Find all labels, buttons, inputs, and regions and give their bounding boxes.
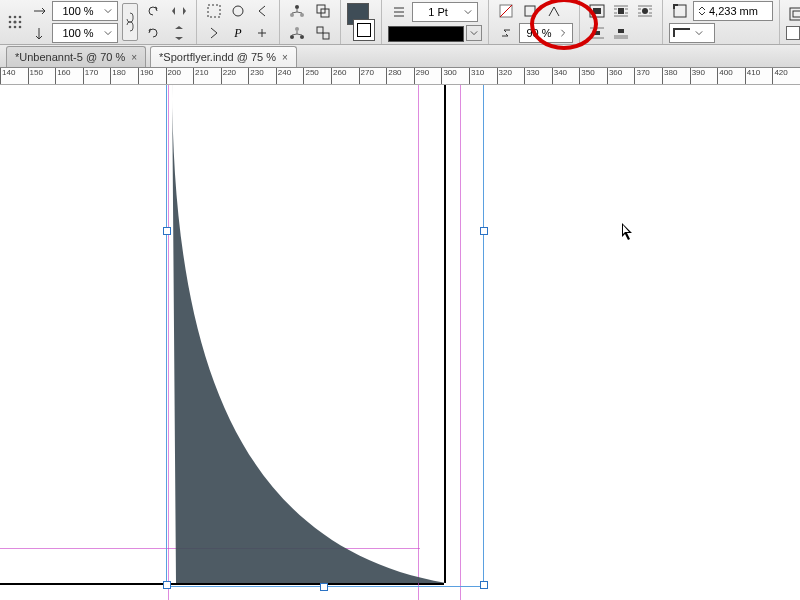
chevron-down-icon[interactable]: [461, 5, 475, 19]
flip-horizontal-icon[interactable]: [168, 1, 190, 21]
ruler-tick: 380: [662, 68, 677, 84]
scale-x-field[interactable]: 100 %: [52, 1, 118, 21]
svg-point-3: [9, 21, 12, 24]
group-icon[interactable]: [312, 1, 334, 21]
svg-point-2: [19, 16, 22, 19]
stroke-style-preview[interactable]: [388, 26, 464, 42]
auto-fit-checkbox[interactable]: [786, 26, 800, 40]
ruler-tick: 200: [166, 68, 181, 84]
svg-point-15: [290, 35, 294, 39]
svg-rect-32: [793, 11, 800, 17]
tab-sportflyer[interactable]: *Sportflyer.indd @ 75 % ×: [150, 46, 297, 67]
ruler-tick: 330: [524, 68, 539, 84]
control-panel: 100 % 100 %: [0, 0, 800, 45]
selection-handle[interactable]: [480, 581, 488, 589]
chevron-down-icon[interactable]: [466, 25, 482, 41]
svg-point-4: [13, 20, 16, 23]
ruler-tick: 190: [138, 68, 153, 84]
tab-unbenannt-5[interactable]: *Unbenannt-5 @ 70 % ×: [6, 46, 146, 67]
more-options-icon[interactable]: [251, 23, 273, 43]
select-next-icon[interactable]: [203, 23, 225, 43]
scale-y-field[interactable]: 100 %: [52, 23, 118, 43]
document-tab-bar: *Unbenannt-5 @ 70 % × *Sportflyer.indd @…: [0, 45, 800, 68]
close-icon[interactable]: ×: [131, 52, 137, 63]
selection-box: [166, 85, 484, 587]
ruler-tick: 300: [441, 68, 456, 84]
svg-rect-9: [208, 5, 220, 17]
selection-handle[interactable]: [163, 227, 171, 235]
svg-point-14: [295, 27, 299, 31]
tab-label: *Unbenannt-5 @ 70 %: [15, 51, 125, 63]
select-child-icon[interactable]: [286, 23, 308, 43]
chevron-down-icon[interactable]: [101, 26, 115, 40]
flip-vertical-icon[interactable]: [168, 23, 190, 43]
stepper-down-icon[interactable]: [698, 11, 706, 17]
stroke-weight-icon: [388, 2, 410, 22]
svg-point-10: [233, 6, 243, 16]
ruler-tick: 390: [690, 68, 705, 84]
chevron-down-icon[interactable]: [692, 26, 706, 40]
select-container-icon[interactable]: [203, 1, 225, 21]
ruler-tick: 140: [0, 68, 15, 84]
svg-point-1: [14, 16, 17, 19]
ruler-tick: 290: [414, 68, 429, 84]
corner-style-field[interactable]: [669, 23, 715, 43]
ruler-tick: 210: [193, 68, 208, 84]
rotate-ccw-icon[interactable]: [142, 1, 164, 21]
ruler-tick: 370: [634, 68, 649, 84]
svg-point-16: [300, 35, 304, 39]
close-icon[interactable]: ×: [282, 52, 288, 63]
fit-content-icon[interactable]: [786, 4, 800, 24]
tutorial-highlight: [530, 0, 598, 50]
ruler-tick: 400: [717, 68, 732, 84]
ruler-tick: 360: [607, 68, 622, 84]
svg-point-8: [19, 26, 22, 29]
stroke-swatch[interactable]: [353, 19, 375, 41]
ruler-tick: 270: [359, 68, 374, 84]
stroke-weight-field[interactable]: 1 Pt: [412, 2, 478, 22]
ruler-tick: 240: [276, 68, 291, 84]
reference-point-icon[interactable]: [4, 12, 26, 32]
chevron-down-icon[interactable]: [101, 4, 115, 18]
ungroup-icon[interactable]: [312, 23, 334, 43]
wrap-shape-icon[interactable]: [634, 1, 656, 21]
document-canvas[interactable]: [0, 85, 800, 600]
corner-shape-icon[interactable]: [669, 1, 691, 21]
corner-size-field[interactable]: 4,233 mm: [693, 1, 773, 21]
horizontal-ruler[interactable]: 1401501601701801902002102202302402502602…: [0, 68, 800, 85]
swap-fill-stroke-icon[interactable]: [495, 23, 517, 43]
ruler-tick: 320: [497, 68, 512, 84]
svg-rect-26: [618, 8, 624, 14]
select-previous-icon[interactable]: [251, 1, 273, 21]
selection-handle[interactable]: [480, 227, 488, 235]
tab-label: *Sportflyer.indd @ 75 %: [159, 51, 276, 63]
corner-group: 4,233 mm: [663, 0, 780, 44]
select-parent-icon[interactable]: [286, 1, 308, 21]
ruler-tick: 420: [772, 68, 787, 84]
svg-rect-31: [790, 8, 800, 20]
stroke-weight-value: 1 Pt: [415, 6, 461, 18]
svg-point-7: [14, 26, 17, 29]
ruler-tick: 410: [745, 68, 760, 84]
fill-stroke-group: [341, 0, 382, 44]
ruler-tick: 180: [110, 68, 125, 84]
ruler-tick: 260: [331, 68, 346, 84]
selection-handle[interactable]: [320, 583, 328, 591]
select-content-icon[interactable]: [227, 1, 249, 21]
rotate-cw-icon[interactable]: [142, 23, 164, 43]
fitting-group: Autom: [780, 0, 800, 44]
svg-rect-30: [674, 5, 686, 17]
apply-none-icon[interactable]: [495, 1, 517, 21]
svg-rect-20: [323, 33, 329, 39]
text-on-path-icon[interactable]: P: [227, 23, 249, 43]
ruler-tick: 170: [83, 68, 98, 84]
constrain-proportions-icon[interactable]: [122, 3, 138, 41]
svg-point-27: [642, 8, 648, 14]
svg-point-11: [295, 5, 299, 9]
selection-handle[interactable]: [163, 581, 171, 589]
svg-rect-19: [317, 27, 323, 33]
ruler-tick: 250: [303, 68, 318, 84]
wrap-bounding-icon[interactable]: [610, 1, 632, 21]
wrap-nextcol-icon[interactable]: [610, 23, 632, 43]
cursor-icon: [622, 223, 634, 241]
